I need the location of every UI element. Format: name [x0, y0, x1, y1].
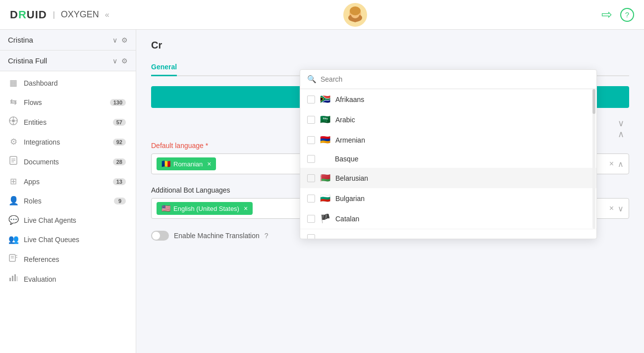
svg-point-6	[12, 119, 15, 122]
sidebar-item-evaluation-label: Evaluation	[24, 275, 56, 283]
gear-icon[interactable]: ⚙	[121, 57, 128, 65]
sidebar-item-references-label: References	[24, 255, 59, 263]
roles-badge: 9	[114, 198, 126, 204]
catalan-label: Catalan	[335, 215, 359, 223]
search-input[interactable]	[321, 75, 590, 83]
checkbox-basque[interactable]	[307, 155, 315, 163]
dropdown-item-partial[interactable]	[300, 229, 596, 239]
gear-icon[interactable]: ⚙	[121, 36, 128, 44]
dropdown-item-afrikaans[interactable]: 🇿🇦 Afrikaans	[300, 89, 596, 109]
chevron-up-icon: ∧	[618, 129, 624, 140]
additional-languages-tags: 🇺🇸 English (United States) ×	[157, 202, 253, 215]
sidebar-item-live-chat-queues[interactable]: 👥 Live Chat Queues	[0, 230, 136, 249]
sidebar-section-cristina-full[interactable]: Cristina Full ∨ ⚙	[0, 50, 136, 71]
tab-general[interactable]: General	[151, 59, 177, 76]
default-language-controls: × ∧	[609, 159, 624, 169]
sidebar-section-cristina-icons: ∨ ⚙	[112, 36, 128, 44]
chevron-down-icon: ∨	[112, 36, 117, 44]
dropdown-item-bulgarian[interactable]: 🇧🇬 Bulgarian	[300, 188, 596, 208]
main-layout: Cristina ∨ ⚙ Cristina Full ∨ ⚙ ▦ Dashboa…	[0, 30, 644, 353]
sidebar-section-cristina[interactable]: Cristina ∨ ⚙	[0, 30, 136, 50]
sidebar-item-evaluation[interactable]: Evaluation	[0, 269, 136, 289]
checkbox-armenian[interactable]	[307, 136, 315, 144]
topbar: DRUID | OXYGEN « ⇨ ?	[0, 0, 644, 30]
checkbox-partial[interactable]	[307, 234, 315, 239]
sidebar-item-dashboard[interactable]: ▦ Dashboard	[0, 73, 136, 93]
expand-icon[interactable]: ∧	[618, 159, 624, 169]
afrikaans-flag: 🇿🇦	[320, 94, 330, 104]
apps-icon: ⊞	[8, 176, 19, 187]
required-star: *	[206, 142, 208, 150]
sidebar: Cristina ∨ ⚙ Cristina Full ∨ ⚙ ▦ Dashboa…	[0, 30, 136, 353]
content-area: Cr General ∨ ∧ Default language * 🇷🇴	[136, 30, 644, 353]
dropdown-list: 🇿🇦 Afrikaans 🇸🇦 Arabic 🇦🇲 Armenian	[300, 89, 596, 229]
english-us-tag: 🇺🇸 English (United States) ×	[157, 202, 253, 215]
dropdown-item-catalan[interactable]: 🏴 Catalan	[300, 208, 596, 229]
dropdown-item-basque[interactable]: Basque	[300, 150, 596, 168]
apps-badge: 13	[113, 178, 126, 185]
entities-icon	[8, 116, 19, 128]
armenian-flag: 🇦🇲	[320, 135, 330, 145]
sidebar-section-cristina-full-title: Cristina Full	[8, 56, 47, 65]
svg-rect-23	[17, 276, 17, 281]
sidebar-item-entities[interactable]: Entities 57	[0, 112, 136, 132]
integrations-badge: 92	[113, 139, 126, 146]
english-us-remove[interactable]: ×	[244, 204, 248, 212]
page-title: Cr	[151, 40, 629, 51]
sidebar-item-live-chat-agents-label: Live Chat Agents	[24, 216, 76, 224]
chat-icon[interactable]: ⇨	[601, 7, 612, 22]
catalan-flag: 🏴	[320, 213, 330, 224]
live-chat-queues-icon: 👥	[8, 234, 19, 245]
scrollbar-thumb	[592, 89, 595, 114]
svg-rect-21	[12, 276, 13, 281]
sidebar-item-apps[interactable]: ⊞ Apps 13	[0, 172, 136, 191]
sidebar-item-integrations[interactable]: ⚙ Integrations 92	[0, 132, 136, 151]
flows-badge: 130	[110, 99, 126, 106]
armenian-label: Armenian	[335, 136, 365, 144]
dropdown-item-belarusian[interactable]: 🇧🇾 Belarusian	[300, 168, 596, 188]
sidebar-item-dashboard-left: ▦ Dashboard	[8, 78, 58, 88]
romanian-tag: 🇷🇴 Romanian ×	[157, 157, 216, 170]
sidebar-section-cristina-title: Cristina	[8, 36, 33, 44]
chevron-down-icon: ∨	[112, 57, 117, 65]
checkbox-bulgarian[interactable]	[307, 195, 315, 202]
sidebar-item-flows[interactable]: ⇆ Flows 130	[0, 93, 136, 112]
sidebar-nav: ▦ Dashboard ⇆ Flows 130 Entities 57	[0, 71, 136, 291]
checkbox-afrikaans[interactable]	[307, 96, 315, 103]
sidebar-item-documents[interactable]: Documents 28	[0, 151, 136, 172]
svg-rect-22	[14, 274, 16, 281]
sidebar-item-roles[interactable]: 👤 Roles 9	[0, 191, 136, 210]
english-us-flag: 🇺🇸	[161, 204, 171, 213]
checkbox-belarusian[interactable]	[307, 174, 315, 182]
machine-translation-help[interactable]: ?	[265, 232, 268, 240]
integrations-icon: ⚙	[8, 137, 19, 147]
svg-rect-20	[9, 278, 11, 281]
sidebar-item-live-chat-agents[interactable]: 💬 Live Chat Agents	[0, 210, 136, 230]
topbar-icons: ⇨ ?	[601, 7, 634, 22]
sidebar-item-live-chat-queues-label: Live Chat Queues	[24, 236, 79, 244]
arabic-label: Arabic	[335, 116, 355, 124]
logo: DRUID | OXYGEN «	[10, 8, 109, 21]
dropdown-item-armenian[interactable]: 🇦🇲 Armenian	[300, 130, 596, 150]
logo-sep: |	[53, 10, 55, 19]
dropdown-item-arabic[interactable]: 🇸🇦 Arabic	[300, 109, 596, 130]
machine-translation-toggle[interactable]	[151, 231, 169, 241]
clear-icon[interactable]: ×	[609, 204, 614, 213]
sidebar-item-dashboard-label: Dashboard	[24, 79, 58, 87]
afrikaans-label: Afrikaans	[335, 96, 364, 103]
help-icon[interactable]: ?	[620, 8, 634, 22]
romanian-remove[interactable]: ×	[207, 160, 211, 168]
documents-badge: 28	[113, 158, 126, 165]
sidebar-item-documents-label: Documents	[24, 158, 59, 166]
search-icon: 🔍	[307, 75, 317, 84]
checkbox-arabic[interactable]	[307, 116, 315, 124]
clear-icon[interactable]: ×	[609, 159, 614, 168]
dashboard-icon: ▦	[8, 78, 19, 88]
sidebar-item-references[interactable]: References	[0, 249, 136, 269]
romanian-flag: 🇷🇴	[161, 159, 171, 168]
language-dropdown: 🔍 🇿🇦 Afrikaans 🇸🇦 Arabic	[300, 69, 597, 239]
collapse-icon[interactable]: ∨	[618, 204, 624, 213]
sidebar-item-integrations-label: Integrations	[24, 138, 60, 146]
checkbox-catalan[interactable]	[307, 215, 315, 223]
logo-oxygen: OXYGEN	[61, 9, 99, 20]
